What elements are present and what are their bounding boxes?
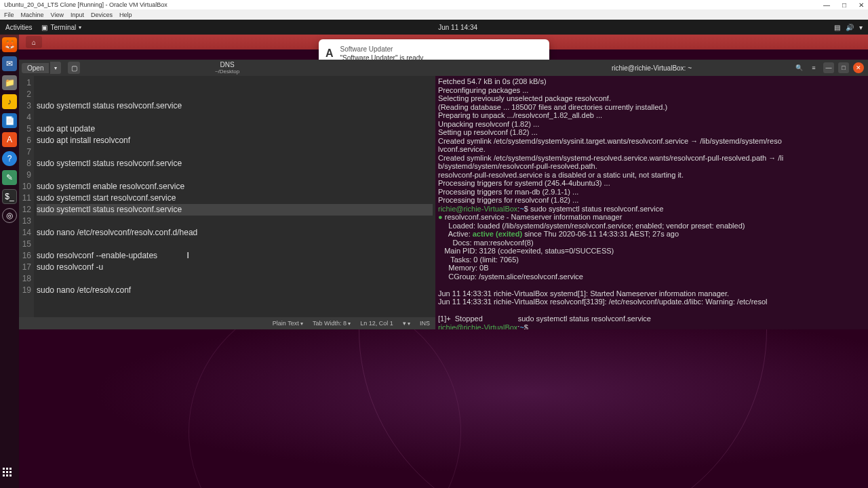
chevron-down-icon: ▾ <box>79 24 81 30</box>
show-applications-button[interactable] <box>3 468 16 481</box>
terminal-headerbar: richie@richie-VirtualBox: ~ 🔍 ≡ — □ ✕ <box>435 60 868 76</box>
terminal-window: richie@richie-VirtualBox: ~ 🔍 ≡ — □ ✕ Fe… <box>435 60 868 329</box>
network-icon[interactable]: ▤ <box>834 24 840 31</box>
dock-files[interactable]: 📁 <box>2 75 17 90</box>
gnome-topbar: Activities ▣ Terminal ▾ Jun 11 14:34 ▤ 🔊… <box>0 20 868 35</box>
open-button[interactable]: Open <box>22 63 49 73</box>
menu-machine[interactable]: Machine <box>21 12 44 18</box>
clock[interactable]: Jun 11 14:34 <box>438 24 477 31</box>
dock-gedit[interactable]: ✎ <box>2 170 17 185</box>
gedit-headerbar: Open ▾ ▢ DNS ~/Desktop <box>19 60 435 76</box>
insert-mode: INS <box>420 320 430 327</box>
gedit-statusbar: Plain Text Tab Width: 8 Ln 12, Col 1 ▾ I… <box>19 317 435 329</box>
gedit-window: Open ▾ ▢ DNS ~/Desktop 1 2 3 4 5 6 7 8 9… <box>19 60 435 329</box>
minimize-icon[interactable]: — <box>823 1 830 9</box>
close-button[interactable]: ✕ <box>853 62 864 73</box>
line-gutter: 1 2 3 4 5 6 7 8 9 10 11 12 13 14 15 16 1… <box>19 76 34 317</box>
dock-libreoffice[interactable]: 📄 <box>2 113 17 128</box>
dock-disks[interactable]: ◎ <box>2 208 17 223</box>
desktop-wallpaper <box>19 329 868 488</box>
open-dropdown[interactable]: ▾ <box>50 62 61 74</box>
cursor-position: Ln 12, Col 1 <box>360 320 393 327</box>
dock-rhythmbox[interactable]: ♪ <box>2 94 17 109</box>
dock-firefox[interactable]: 🦊 <box>2 37 17 52</box>
ins-mode[interactable]: ▾ <box>403 320 410 327</box>
menu-file[interactable]: File <box>4 12 14 18</box>
terminal-title: richie@richie-VirtualBox: ~ <box>612 64 692 72</box>
maximize-icon[interactable]: □ <box>842 1 846 9</box>
menu-help[interactable]: Help <box>119 12 132 18</box>
close-icon[interactable]: ✕ <box>859 1 864 9</box>
notification-title: Software Updater <box>340 45 424 54</box>
maximize-button[interactable]: □ <box>838 62 849 73</box>
terminal-body[interactable]: Fetched 54.7 kB in 0s (208 kB/s) Preconf… <box>435 76 868 329</box>
code-area[interactable]: sudo systemctl status resolvconf.service… <box>34 76 435 317</box>
power-icon[interactable]: ▾ <box>859 24 863 31</box>
dock-help[interactable]: ? <box>2 151 17 166</box>
terminal-icon: ▣ <box>41 24 47 31</box>
search-icon[interactable]: 🔍 <box>793 62 804 73</box>
volume-icon[interactable]: 🔊 <box>846 24 854 31</box>
dock-software[interactable]: A <box>2 132 17 147</box>
document-title: DNS ~/Desktop <box>215 61 239 75</box>
dock-terminal[interactable]: $_ <box>2 189 17 204</box>
dock-thunderbird[interactable]: ✉ <box>2 56 17 71</box>
home-button[interactable]: ⌂ <box>26 36 42 48</box>
dock: 🦊 ✉ 📁 ♪ 📄 A ? ✎ $_ ◎ <box>0 35 19 488</box>
tab-width-selector[interactable]: Tab Width: 8 <box>313 320 351 327</box>
vbox-title: Ubuntu_20_04_LTS Clone [Running] - Oracl… <box>4 1 823 8</box>
menu-view[interactable]: View <box>51 12 64 18</box>
menu-devices[interactable]: Devices <box>91 12 113 18</box>
editor-body[interactable]: 1 2 3 4 5 6 7 8 9 10 11 12 13 14 15 16 1… <box>19 76 435 317</box>
new-tab-button[interactable]: ▢ <box>68 62 80 74</box>
syntax-selector[interactable]: Plain Text <box>273 320 303 327</box>
vbox-titlebar: Ubuntu_20_04_LTS Clone [Running] - Oracl… <box>0 0 868 9</box>
hamburger-icon[interactable]: ≡ <box>808 62 819 73</box>
app-menu[interactable]: ▣ Terminal ▾ <box>41 24 81 31</box>
minimize-button[interactable]: — <box>823 62 834 73</box>
vbox-menubar: File Machine View Input Devices Help <box>0 9 868 20</box>
software-updater-icon: A <box>326 47 334 60</box>
activities-button[interactable]: Activities <box>5 24 32 31</box>
menu-input[interactable]: Input <box>71 12 84 18</box>
vbox-window-controls: — □ ✕ <box>823 1 864 9</box>
